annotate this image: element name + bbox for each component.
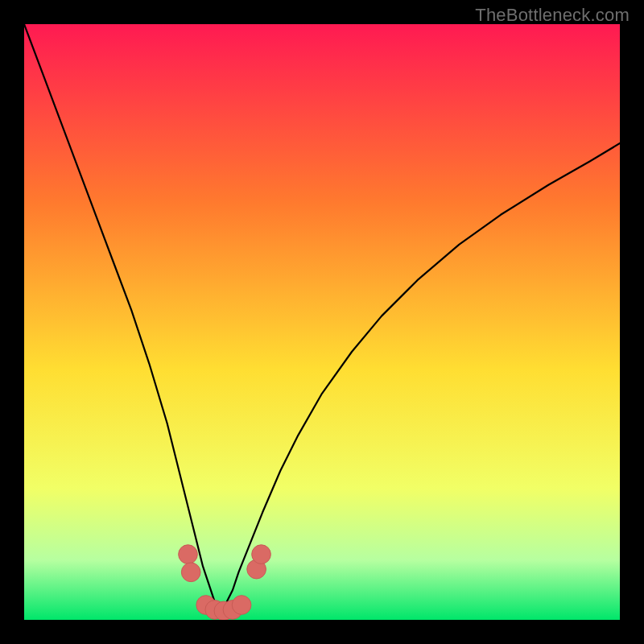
chart-plot-area [24, 24, 620, 620]
highlight-marker [181, 563, 200, 582]
chart-frame: TheBottleneck.com [0, 0, 644, 644]
highlight-marker [179, 545, 198, 564]
svg-rect-0 [24, 24, 620, 620]
highlight-marker [252, 545, 271, 564]
watermark-text: TheBottleneck.com [475, 5, 630, 26]
chart-svg [24, 24, 620, 620]
highlight-marker [232, 596, 251, 615]
